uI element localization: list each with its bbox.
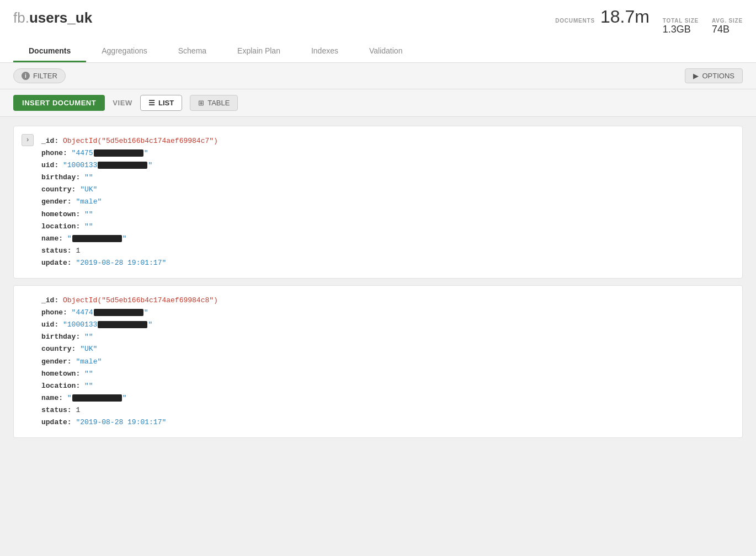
list-view-button[interactable]: ☰ LIST: [140, 95, 182, 111]
title-row: fb.users_uk DOCUMENTS 18.7m TOTAL SIZE 1…: [13, 7, 743, 41]
insert-document-button[interactable]: INSERT DOCUMENT: [13, 95, 105, 111]
field-uid: uid: "1000133": [41, 159, 731, 172]
collection-name: users_uk: [29, 9, 92, 26]
avg-size-value: 74B: [712, 24, 730, 35]
list-label: LIST: [158, 99, 174, 107]
field-country: country: "UK": [41, 343, 731, 355]
field-birthday: birthday: "": [41, 172, 731, 184]
field-birthday: birthday: "": [41, 331, 731, 343]
stats-right: DOCUMENTS 18.7m TOTAL SIZE 1.3GB AVG. SI…: [555, 7, 743, 35]
expand-icon: ›: [25, 135, 29, 146]
top-bar: fb.users_uk DOCUMENTS 18.7m TOTAL SIZE 1…: [0, 0, 756, 63]
table-row: › _id: ObjectId("5d5eb166b4c174aef69984c…: [13, 126, 743, 279]
field-phone: phone: "4475": [41, 147, 731, 159]
field-phone: phone: "4474": [41, 307, 731, 319]
tab-aggregations[interactable]: Aggregations: [86, 41, 163, 62]
documents-value: 18.7m: [600, 7, 649, 27]
field-location: location: "": [41, 221, 731, 233]
filter-label: FILTER: [33, 72, 57, 80]
total-size-value: 1.3GB: [663, 24, 691, 35]
collection-prefix: fb.: [13, 9, 29, 26]
table-row: _id: ObjectId("5d5eb166b4c174aef69984c8"…: [13, 285, 743, 438]
view-label: VIEW: [113, 99, 132, 107]
field-location: location: "": [41, 380, 731, 392]
field-country: country: "UK": [41, 184, 731, 196]
field-gender: gender: "male": [41, 356, 731, 368]
field-uid: uid: "1000133": [41, 319, 731, 331]
collection-title: fb.users_uk: [13, 9, 92, 26]
tab-explain-plan[interactable]: Explain Plan: [222, 41, 296, 62]
table-label: TABLE: [207, 99, 230, 107]
options-button[interactable]: ▶ OPTIONS: [685, 68, 743, 83]
field-id: _id: ObjectId("5d5eb166b4c174aef69984c8"…: [41, 295, 731, 307]
tab-validation[interactable]: Validation: [354, 41, 418, 62]
field-name: name: "": [41, 392, 731, 404]
avg-size-label: AVG. SIZE: [712, 18, 743, 24]
table-icon: ⊞: [198, 99, 204, 107]
field-update: update: "2019-08-28 19:01:17": [41, 416, 731, 429]
field-hometown: hometown: "": [41, 368, 731, 380]
list-icon: ☰: [148, 99, 155, 107]
avg-size-stat: AVG. SIZE 74B: [712, 18, 743, 35]
tab-schema[interactable]: Schema: [163, 41, 222, 62]
filter-toolbar: i FILTER ▶ OPTIONS: [0, 63, 756, 89]
field-gender: gender: "male": [41, 196, 731, 208]
documents-label: DOCUMENTS: [555, 18, 595, 24]
tab-documents[interactable]: Documents: [13, 41, 86, 62]
documents-area: › _id: ObjectId("5d5eb166b4c174aef69984c…: [0, 117, 756, 447]
total-size-stat: TOTAL SIZE 1.3GB: [663, 18, 699, 35]
tabs: Documents Aggregations Schema Explain Pl…: [13, 41, 743, 62]
field-status: status: 1: [41, 404, 731, 416]
tab-indexes[interactable]: Indexes: [296, 41, 354, 62]
filter-info-icon: i: [22, 72, 30, 80]
documents-stat: DOCUMENTS 18.7m: [555, 7, 649, 27]
field-name: name: "": [41, 233, 731, 245]
total-size-label: TOTAL SIZE: [663, 18, 699, 24]
field-hometown: hometown: "": [41, 209, 731, 221]
filter-button[interactable]: i FILTER: [13, 68, 66, 83]
field-update: update: "2019-08-28 19:01:17": [41, 257, 731, 269]
options-label: OPTIONS: [702, 72, 734, 80]
expand-button[interactable]: ›: [22, 134, 34, 146]
table-view-button[interactable]: ⊞ TABLE: [190, 95, 238, 111]
action-bar: INSERT DOCUMENT VIEW ☰ LIST ⊞ TABLE: [0, 89, 756, 117]
options-arrow-icon: ▶: [693, 72, 699, 80]
field-status: status: 1: [41, 245, 731, 257]
field-id: _id: ObjectId("5d5eb166b4c174aef69984c7"…: [41, 135, 731, 147]
